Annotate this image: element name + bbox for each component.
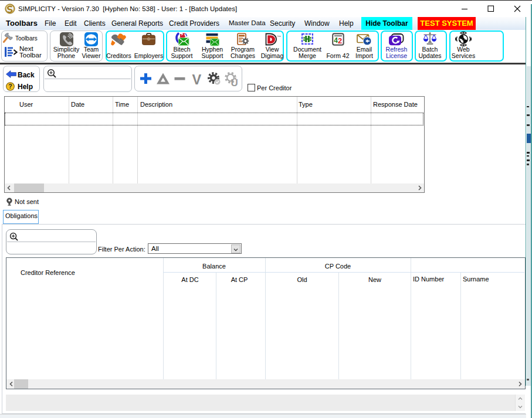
svg-text:U: U [231, 77, 238, 87]
svg-text:?: ? [8, 83, 12, 90]
svg-text:V: V [192, 72, 202, 87]
svg-text:free: free [277, 35, 281, 38]
svg-text:2: 2 [338, 36, 342, 45]
